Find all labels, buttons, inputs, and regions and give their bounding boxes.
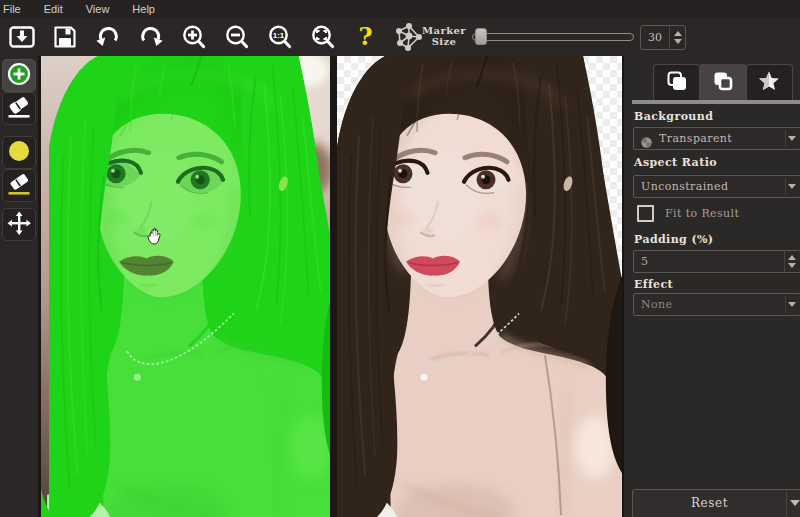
- app-window: File Edit View Help: [0, 0, 800, 517]
- mask-portrait-graphic: [41, 56, 330, 517]
- padding-spinbox[interactable]: 5: [633, 250, 800, 273]
- zoom-in-button[interactable]: [172, 20, 215, 54]
- select-separator: [785, 130, 786, 147]
- spinbox-arrows: [784, 251, 800, 272]
- layers-outline-icon: [711, 69, 735, 97]
- redo-button[interactable]: [129, 20, 172, 54]
- settings-panel: Background Transparent Aspect Ratio Unco…: [622, 56, 800, 517]
- erase-background-marker-button[interactable]: [2, 169, 36, 202]
- menu-file[interactable]: File: [0, 3, 33, 16]
- layers-filled-icon: [665, 69, 689, 97]
- zoom-original-icon: 1:1: [267, 24, 293, 50]
- aspect-ratio-select[interactable]: Unconstrained: [633, 175, 800, 198]
- fit-to-result-checkbox[interactable]: [637, 205, 654, 222]
- help-icon: ?: [358, 25, 372, 49]
- yellow-circle-marker-icon: [6, 138, 32, 168]
- effect-label: Effect: [634, 278, 673, 291]
- hand-cursor: [146, 226, 163, 246]
- zoom-fit-button[interactable]: [301, 20, 344, 54]
- effect-value: None: [641, 298, 672, 311]
- background-label: Background: [634, 110, 713, 123]
- tab-layers-outline[interactable]: [699, 64, 746, 100]
- save-icon: [52, 24, 78, 50]
- marker-size-slider[interactable]: [472, 33, 634, 41]
- zoom-fit-icon: [310, 24, 336, 50]
- toolbar: 1:1 ?: [0, 18, 800, 56]
- zoom-out-icon: [224, 24, 250, 50]
- add-foreground-marker-button[interactable]: [2, 59, 36, 92]
- reset-label: Reset: [633, 490, 786, 517]
- aspect-ratio-label: Aspect Ratio: [634, 156, 717, 169]
- spin-down-icon[interactable]: [674, 39, 682, 44]
- spin-down-icon[interactable]: [788, 263, 796, 268]
- reset-dropdown[interactable]: [786, 490, 800, 517]
- add-background-marker-button[interactable]: [2, 136, 36, 169]
- content-area: Background Transparent Aspect Ratio Unco…: [0, 56, 800, 517]
- load-icon: [9, 24, 35, 50]
- panel-tabbar: [653, 64, 793, 100]
- result-image[interactable]: [337, 56, 622, 517]
- menu-bar: File Edit View Help: [0, 0, 800, 18]
- green-plus-marker-icon: [6, 61, 32, 91]
- tool-sidebar: [0, 56, 38, 517]
- effect-select[interactable]: None: [633, 293, 800, 316]
- marker-size-value[interactable]: 30: [641, 26, 669, 49]
- menu-help[interactable]: Help: [121, 3, 167, 16]
- spin-up-icon[interactable]: [674, 31, 682, 36]
- canvas-area[interactable]: [38, 56, 622, 517]
- undo-icon: [95, 24, 121, 50]
- slider-handle[interactable]: [475, 28, 487, 45]
- load-image-button[interactable]: [0, 20, 43, 54]
- zoom-out-button[interactable]: [215, 20, 258, 54]
- chevron-down-icon: [788, 136, 796, 141]
- zoom-original-button[interactable]: 1:1: [258, 20, 301, 54]
- chevron-down-icon: [788, 302, 796, 307]
- save-button[interactable]: [43, 20, 86, 54]
- move-arrows-icon: [6, 210, 32, 240]
- spin-up-icon[interactable]: [788, 255, 796, 260]
- background-value: Transparent: [659, 132, 732, 145]
- tab-favorites[interactable]: [746, 64, 793, 100]
- background-select[interactable]: Transparent: [633, 127, 800, 150]
- segment-graph-icon: [394, 22, 424, 52]
- erase-foreground-marker-button[interactable]: [2, 92, 36, 125]
- mask-image[interactable]: [41, 56, 330, 517]
- svg-text:1:1: 1:1: [272, 31, 284, 40]
- padding-label: Padding (%): [634, 233, 713, 246]
- tabbar-underline: [632, 100, 800, 104]
- aspect-ratio-value: Unconstrained: [641, 180, 728, 193]
- result-portrait-graphic: [337, 56, 622, 517]
- fit-to-result-row: Fit to Result: [637, 205, 739, 222]
- redo-icon: [138, 24, 164, 50]
- eraser-white-icon: [6, 94, 32, 124]
- marker-size-label: Marker Size: [420, 25, 468, 47]
- menu-edit[interactable]: Edit: [33, 3, 75, 16]
- slider-track[interactable]: [472, 33, 634, 41]
- pan-move-button[interactable]: [2, 208, 36, 241]
- transparent-swatch-icon: [641, 133, 652, 144]
- padding-value[interactable]: 5: [634, 255, 784, 268]
- spinbox-arrows: [669, 26, 685, 49]
- fit-to-result-label: Fit to Result: [665, 207, 739, 220]
- select-separator: [785, 296, 786, 313]
- marker-size-spinbox[interactable]: 30: [640, 25, 686, 50]
- select-separator: [785, 178, 786, 195]
- reset-button[interactable]: Reset: [632, 489, 800, 517]
- eraser-yellow-icon: [6, 171, 32, 201]
- help-button[interactable]: ?: [344, 20, 387, 54]
- undo-button[interactable]: [86, 20, 129, 54]
- zoom-in-icon: [181, 24, 207, 50]
- chevron-down-icon: [788, 184, 796, 189]
- menu-view[interactable]: View: [75, 3, 122, 16]
- star-icon: [757, 69, 781, 97]
- chevron-down-icon: [790, 500, 800, 506]
- tab-layers-filled[interactable]: [653, 64, 700, 100]
